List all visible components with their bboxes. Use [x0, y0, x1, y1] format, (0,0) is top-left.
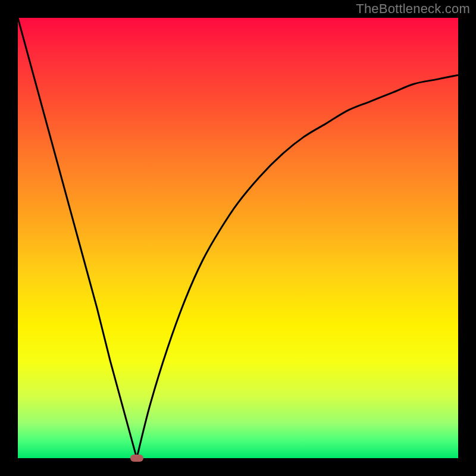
left-branch-path [18, 18, 137, 458]
watermark-text: TheBottleneck.com [356, 1, 470, 17]
curve-svg [18, 18, 458, 458]
minimum-marker [130, 455, 143, 462]
outer-frame: TheBottleneck.com [0, 0, 476, 476]
plot-area [18, 18, 458, 458]
right-branch-path [137, 75, 458, 458]
